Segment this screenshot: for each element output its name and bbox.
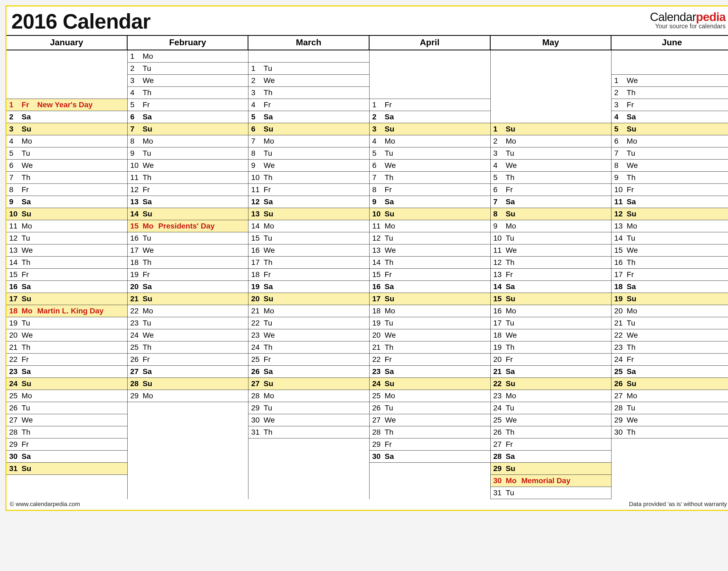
day-row: 4Mo [370, 135, 490, 147]
blank-row [491, 87, 612, 99]
day-weekday: Mo [627, 307, 642, 315]
day-number: 28 [9, 428, 21, 437]
day-number: 26 [251, 367, 264, 376]
day-number: 14 [493, 282, 506, 291]
day-row: 14Tu [612, 232, 728, 244]
day-number: 23 [130, 319, 143, 327]
day-weekday: Su [627, 125, 642, 133]
day-row: 11Mo [6, 220, 127, 232]
day-number: 21 [493, 367, 506, 376]
day-number: 28 [493, 452, 506, 461]
day-row: 13Su [249, 208, 369, 220]
day-row: 27Su [249, 377, 369, 390]
day-weekday: Th [143, 343, 158, 352]
day-row: 22We [612, 329, 728, 341]
day-weekday: Tu [264, 149, 279, 158]
day-number: 8 [372, 186, 385, 194]
day-number: 22 [9, 355, 21, 364]
day-number: 2 [130, 64, 143, 73]
day-row: 29Mo [127, 390, 249, 402]
page-title: 2016 Calendar [11, 9, 151, 34]
day-weekday: Sa [627, 198, 642, 206]
month-column: February1Mo2Tu3We4Th5Fr6Sa7Su8Mo9Tu10We1… [127, 35, 249, 499]
day-row: 1Fr [370, 99, 490, 111]
day-row: 4We [491, 159, 612, 172]
day-row: 20Fr [491, 353, 612, 366]
month-body: 1Mo2Tu3We4Th5Fr6Sa7Su8Mo9Tu10We11Th12Fr1… [127, 50, 249, 499]
day-number: 5 [614, 125, 627, 133]
day-weekday: Mo [385, 391, 400, 400]
day-row: 26Tu [370, 402, 490, 414]
day-row: 29Fr [6, 438, 127, 451]
day-row: 2Sa [370, 111, 490, 123]
month-header: April [370, 35, 490, 50]
day-row: 9Th [612, 172, 728, 184]
day-weekday: Mo [264, 391, 279, 400]
day-weekday: Mo [21, 307, 37, 315]
day-row: 16Sa [370, 280, 490, 293]
day-row: 5Su [612, 123, 728, 135]
day-weekday: We [264, 416, 279, 425]
day-row: 13Mo [612, 220, 728, 232]
day-number: 10 [493, 234, 506, 242]
day-weekday: We [143, 331, 158, 340]
day-weekday: Fr [385, 101, 400, 109]
day-number: 17 [614, 270, 627, 279]
day-number: 1 [9, 101, 21, 109]
blank-row [370, 74, 490, 87]
day-row: 27Sa [127, 365, 249, 378]
blank-row [370, 462, 490, 475]
day-weekday: Sa [21, 198, 37, 206]
day-row: 31Su [6, 462, 127, 475]
day-row: 8We [612, 159, 728, 172]
blank-row [612, 462, 728, 475]
day-weekday: Mo [143, 52, 158, 61]
day-number: 11 [130, 173, 143, 182]
day-row: 21Th [6, 341, 127, 354]
day-row: 3We [127, 74, 249, 87]
day-row: 24Su [6, 377, 127, 390]
month-body: 1Tu2We3Th4Fr5Sa6Su7Mo8Tu9We10Th11Fr12Sa1… [249, 50, 369, 499]
day-weekday: We [385, 246, 400, 255]
day-weekday: Sa [385, 452, 400, 461]
day-weekday: Sa [21, 367, 37, 376]
day-number: 31 [9, 464, 21, 473]
day-number: 17 [251, 258, 264, 267]
day-number: 12 [372, 234, 385, 242]
day-row: 30Th [612, 426, 728, 438]
day-number: 29 [614, 416, 627, 425]
day-row: 10Th [249, 172, 369, 184]
day-weekday: Fr [627, 270, 642, 279]
day-number: 27 [493, 440, 506, 449]
day-number: 23 [493, 391, 506, 400]
blank-row [127, 474, 249, 487]
day-row: 6We [370, 159, 490, 172]
day-number: 29 [372, 440, 385, 449]
day-number: 16 [130, 234, 143, 242]
day-row: 11Fr [249, 184, 369, 196]
blank-row [370, 62, 490, 75]
day-row: 3Th [249, 87, 369, 99]
month-body: 1Su2Mo3Tu4We5Th6Fr7Sa8Su9Mo10Tu11We12Th1… [491, 50, 612, 499]
day-number: 5 [9, 149, 21, 158]
day-row: 9Sa [370, 196, 490, 208]
blank-row [491, 74, 612, 87]
day-number: 13 [372, 246, 385, 255]
day-number: 27 [9, 416, 21, 425]
day-weekday: Su [385, 295, 400, 303]
day-number: 18 [372, 307, 385, 315]
day-weekday: Sa [264, 282, 279, 291]
blank-row [127, 487, 249, 499]
day-number: 21 [614, 319, 627, 327]
day-weekday: Mo [627, 137, 642, 145]
day-number: 23 [9, 367, 21, 376]
day-row: 3Fr [612, 99, 728, 111]
month-header: January [6, 35, 127, 50]
day-row: 1Mo [127, 50, 249, 63]
day-number: 9 [614, 173, 627, 182]
day-weekday: Mo [385, 222, 400, 230]
blank-row [612, 62, 728, 75]
day-number: 8 [9, 186, 21, 194]
blank-row [249, 462, 369, 475]
day-row: 3Su [6, 123, 127, 135]
